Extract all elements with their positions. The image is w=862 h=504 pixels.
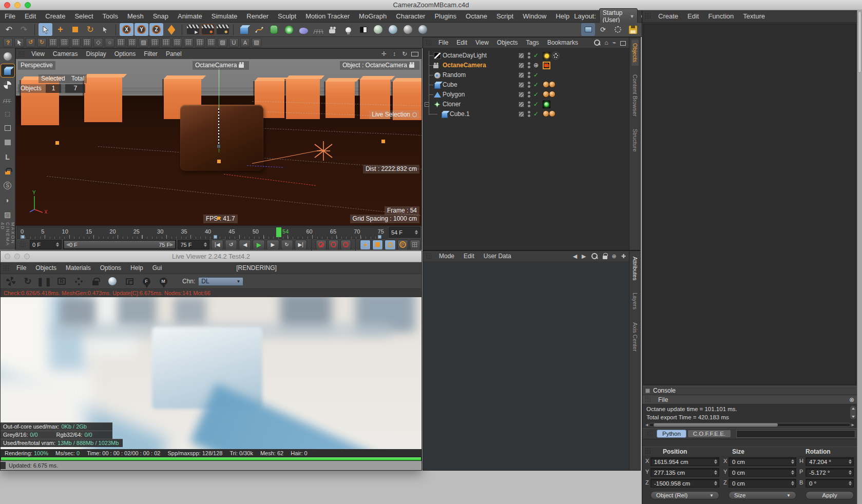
size-y-field[interactable]: 0 cm <box>729 468 796 477</box>
key-rotation-toggle[interactable] <box>385 240 395 250</box>
material-ball-icon[interactable] <box>401 23 415 36</box>
script-input[interactable] <box>736 430 855 438</box>
tab-structure[interactable]: Structure <box>631 125 639 156</box>
preview-range-slider[interactable]: ◀0 F75 F▶ <box>63 240 177 249</box>
menu-item[interactable]: Script <box>492 12 518 20</box>
lock-icon[interactable] <box>603 256 607 259</box>
material-ball-icon[interactable] <box>107 276 118 286</box>
material-tag-icon[interactable] <box>549 91 555 98</box>
editor-visibility-dot[interactable] <box>528 72 530 74</box>
node-editor-canvas[interactable] <box>643 24 856 385</box>
workplane-mode-icon[interactable] <box>1 93 14 106</box>
rot-b-field[interactable]: 0 ° <box>806 479 854 488</box>
maximize-view-icon[interactable] <box>411 52 418 56</box>
lock-resolution-icon[interactable] <box>90 276 101 286</box>
scroll-right-icon[interactable]: ▶ <box>851 423 855 427</box>
light-object-button[interactable] <box>341 23 355 36</box>
search-icon[interactable] <box>591 253 598 260</box>
palette-grip-icon[interactable] <box>645 448 651 455</box>
panel-vscrollbar[interactable] <box>857 10 862 504</box>
render-visibility-dot[interactable] <box>528 95 530 98</box>
menu-item[interactable]: File <box>0 12 20 20</box>
menu-item[interactable]: Create <box>41 12 70 20</box>
attribute-menu-item[interactable]: Edit <box>459 253 479 260</box>
object-manager-menu-item[interactable]: Bookmarks <box>543 39 582 46</box>
autokey-button[interactable] <box>328 240 339 250</box>
range-end-field[interactable]: 75 F <box>178 240 209 249</box>
menu-item[interactable]: Motion Tracker <box>301 12 354 20</box>
magnet-icon[interactable]: U <box>229 38 239 47</box>
object-row-selected[interactable]: OctaneCamera ⊕ <box>423 61 629 70</box>
layer-swatch[interactable] <box>519 53 524 59</box>
goto-end-button[interactable]: ▶| <box>295 240 307 250</box>
menu-item[interactable]: MoGraph <box>354 12 391 20</box>
palette-grip-icon[interactable] <box>645 13 651 20</box>
scroll-left-icon[interactable]: ◀ <box>644 423 649 427</box>
polygons-mode-icon[interactable] <box>1 136 14 149</box>
key-parameter-toggle[interactable]: P <box>397 240 408 250</box>
material-picker-icon[interactable]: M <box>158 276 168 286</box>
key-scale-toggle[interactable] <box>372 240 383 250</box>
object-row[interactable]: − Cloner ✓ <box>423 100 629 109</box>
modeling-tool-icon[interactable]: ▨ <box>139 38 148 47</box>
coordinate-system-button[interactable] <box>164 23 178 36</box>
selection-cursor-icon[interactable] <box>14 38 24 47</box>
material-ball-icon[interactable] <box>416 23 430 36</box>
texture-mode-icon[interactable] <box>1 79 14 91</box>
attribute-menu-item[interactable]: User Data <box>479 253 516 260</box>
render-settings-button[interactable]: ✱ <box>216 23 229 36</box>
hatch-tool-icon[interactable]: ▨ <box>1 208 14 221</box>
object-row[interactable]: Polygon ✓ <box>423 90 629 100</box>
play-sound-button[interactable]: ↻ <box>281 240 293 250</box>
target-icon[interactable]: ⊕ <box>612 253 617 260</box>
model-mode-icon[interactable] <box>1 64 14 77</box>
menu-item[interactable]: Character <box>391 12 430 20</box>
rotate-view-icon[interactable]: ↻ <box>401 50 408 57</box>
editor-visibility-dot[interactable] <box>528 62 530 65</box>
modeling-tool-icon[interactable] <box>60 38 69 47</box>
render-visibility-dot[interactable] <box>528 56 530 59</box>
layer-swatch[interactable] <box>519 82 524 88</box>
pos-z-field[interactable]: -1500.958 cm <box>650 479 719 488</box>
save-button[interactable] <box>626 23 640 36</box>
rotate-tool[interactable]: ↻ <box>83 23 97 36</box>
rotate-right-icon[interactable]: ↻ <box>37 38 47 47</box>
menu-item[interactable]: Octane <box>461 12 492 20</box>
palette-grip-icon[interactable] <box>3 265 9 272</box>
octane-logo-icon[interactable] <box>6 276 16 286</box>
help-icon[interactable]: ? <box>3 38 13 47</box>
menu-item[interactable]: Animate <box>173 12 207 20</box>
modeling-tool-icon[interactable] <box>161 38 171 47</box>
viewport-menu-item[interactable]: Display <box>82 50 110 57</box>
range-marker[interactable] <box>21 235 25 239</box>
size-x-field[interactable]: 0 cm <box>729 457 796 466</box>
key-position-toggle[interactable]: + <box>360 240 371 250</box>
menu-item[interactable]: Edit <box>20 12 41 20</box>
viewport-menu-item[interactable]: Filter <box>140 50 162 57</box>
enabled-check-icon[interactable]: ✓ <box>533 70 539 80</box>
axis-handle[interactable] <box>217 144 221 148</box>
modeling-tool-icon[interactable] <box>71 38 81 47</box>
apply-button[interactable]: Apply <box>806 491 854 499</box>
editor-visibility-dot[interactable] <box>528 101 530 104</box>
enable-axis-icon[interactable]: L <box>1 150 14 163</box>
pos-y-field[interactable]: 277.135 cm <box>650 468 719 477</box>
record-keyframe-button[interactable] <box>316 240 327 250</box>
material-ball-icon[interactable] <box>371 23 385 36</box>
tab-layers[interactable]: Layers <box>631 289 639 313</box>
viewport-menu-item[interactable]: Cameras <box>49 50 82 57</box>
enabled-check-icon[interactable]: ✓ <box>533 90 539 100</box>
settings-gear-icon[interactable] <box>73 276 84 286</box>
reset-render-icon[interactable]: R <box>56 276 67 286</box>
palette-grip-icon[interactable] <box>426 253 432 260</box>
layer-swatch[interactable] <box>519 63 524 68</box>
enabled-check-icon[interactable]: ✓ <box>533 80 539 90</box>
previous-frame-button[interactable]: ◀ <box>239 240 251 250</box>
tab-coffee[interactable]: C.O.F.F.E.E. <box>687 430 731 438</box>
tab-content-browser[interactable]: Content Browser <box>631 71 639 120</box>
viewport-menu-item[interactable]: View <box>27 50 49 57</box>
rot-p-field[interactable]: -5.172 ° <box>806 468 854 477</box>
focus-point-star[interactable] <box>313 140 334 162</box>
live-viewer-menu-item[interactable]: Help <box>126 264 148 272</box>
points-mode-icon[interactable]: ⬚ <box>1 107 14 120</box>
